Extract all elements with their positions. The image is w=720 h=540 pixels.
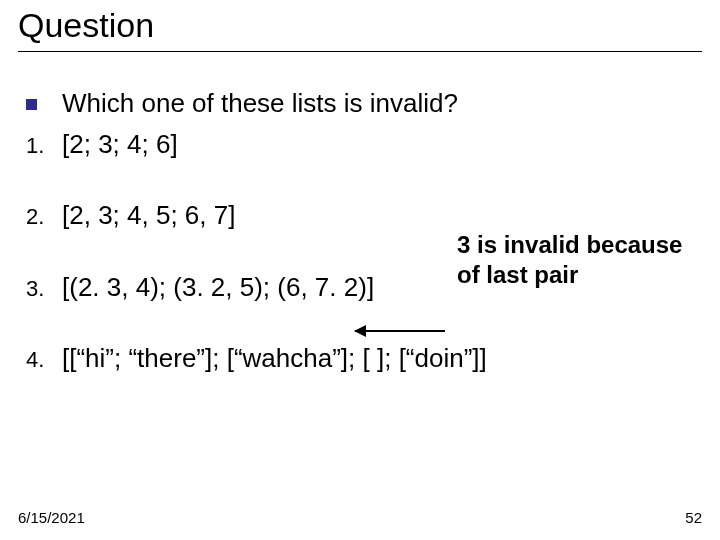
- question-text: Which one of these lists is invalid?: [62, 88, 702, 119]
- item-text: [2, 3; 4, 5; 6, 7]: [62, 200, 702, 231]
- item-number: 3.: [18, 276, 62, 302]
- page-title: Question: [18, 6, 702, 45]
- annotation-note: 3 is invalid because of last pair: [457, 230, 692, 290]
- footer-date: 6/15/2021: [18, 509, 85, 526]
- footer-page: 52: [685, 509, 702, 526]
- item-number: 1.: [18, 133, 62, 159]
- question-row: Which one of these lists is invalid?: [18, 88, 702, 119]
- square-bullet-icon: [18, 88, 62, 119]
- item-number: 2.: [18, 204, 62, 230]
- list-item: 1. [2; 3; 4; 6]: [18, 129, 702, 160]
- item-text: [2; 3; 4; 6]: [62, 129, 702, 160]
- title-underline: [18, 51, 702, 52]
- arrow-left-icon: [355, 330, 445, 332]
- footer: 6/15/2021 52: [18, 509, 702, 526]
- item-text: [[“hi”; “there”]; [“wahcha”]; [ ]; [“doi…: [62, 343, 702, 374]
- list-item: 2. [2, 3; 4, 5; 6, 7]: [18, 200, 702, 231]
- slide: Question Which one of these lists is inv…: [0, 0, 720, 540]
- item-number: 4.: [18, 347, 62, 373]
- list-item: 4. [[“hi”; “there”]; [“wahcha”]; [ ]; [“…: [18, 343, 702, 374]
